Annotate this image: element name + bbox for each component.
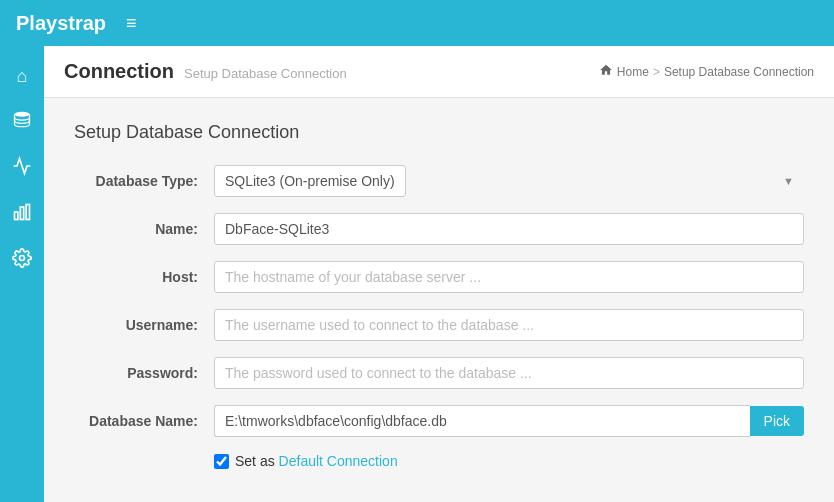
breadcrumb-home-label: Home (617, 65, 649, 79)
page-title: Connection (64, 60, 174, 83)
svg-rect-2 (20, 207, 23, 220)
chart-icon (12, 156, 32, 181)
settings-icon (12, 248, 32, 273)
database-icon (12, 110, 32, 135)
default-connection-row: Set as Default Connection (214, 453, 804, 469)
app-title: Playstrap (16, 12, 106, 35)
sidebar-item-settings[interactable] (0, 238, 44, 282)
breadcrumb-current: Setup Database Connection (664, 65, 814, 79)
home-icon: ⌂ (17, 66, 28, 87)
page-subtitle: Setup Database Connection (184, 66, 347, 81)
host-input[interactable] (214, 261, 804, 293)
svg-rect-1 (15, 212, 18, 220)
username-label: Username: (74, 317, 214, 333)
default-connection-checkbox[interactable] (214, 454, 229, 469)
sidebar-item-bar-chart[interactable] (0, 192, 44, 236)
page-header: Connection Setup Database Connection Hom… (44, 46, 834, 98)
breadcrumb-home-icon (599, 63, 613, 80)
topbar: Playstrap ≡ (0, 0, 834, 46)
database-name-label: Database Name: (74, 413, 214, 429)
username-row: Username: (74, 309, 804, 341)
default-connection-label: Set as Default Connection (235, 453, 398, 469)
database-name-row: Database Name: Pick (74, 405, 804, 437)
svg-point-0 (15, 111, 30, 116)
name-row: Name: (74, 213, 804, 245)
sidebar-item-database[interactable] (0, 100, 44, 144)
content-area: Connection Setup Database Connection Hom… (44, 46, 834, 502)
bar-chart-icon (12, 202, 32, 227)
sidebar: ⌂ (0, 46, 44, 502)
sidebar-item-home[interactable]: ⌂ (0, 54, 44, 98)
database-type-label: Database Type: (74, 173, 214, 189)
database-name-input-group: Pick (214, 405, 804, 437)
database-type-select[interactable]: SQLite3 (On-premise Only) MySQL PostgreS… (214, 165, 406, 197)
database-name-input[interactable] (214, 405, 750, 437)
password-row: Password: (74, 357, 804, 389)
pick-button[interactable]: Pick (750, 406, 804, 436)
svg-rect-3 (26, 204, 29, 219)
menu-icon[interactable]: ≡ (126, 13, 137, 34)
database-type-row: Database Type: SQLite3 (On-premise Only)… (74, 165, 804, 197)
database-type-select-wrapper: SQLite3 (On-premise Only) MySQL PostgreS… (214, 165, 804, 197)
sidebar-item-chart[interactable] (0, 146, 44, 190)
svg-point-4 (20, 255, 25, 260)
name-input[interactable] (214, 213, 804, 245)
default-connection-prefix: Set as (235, 453, 279, 469)
host-row: Host: (74, 261, 804, 293)
name-label: Name: (74, 221, 214, 237)
password-label: Password: (74, 365, 214, 381)
default-connection-link-text: Default Connection (279, 453, 398, 469)
main-layout: ⌂ (0, 46, 834, 502)
password-input[interactable] (214, 357, 804, 389)
form-area: Setup Database Connection Database Type:… (44, 98, 834, 502)
breadcrumb-separator: > (653, 65, 660, 79)
page-header-left: Connection Setup Database Connection (64, 60, 347, 83)
form-section-title: Setup Database Connection (74, 122, 804, 143)
host-label: Host: (74, 269, 214, 285)
username-input[interactable] (214, 309, 804, 341)
breadcrumb: Home > Setup Database Connection (599, 63, 814, 80)
